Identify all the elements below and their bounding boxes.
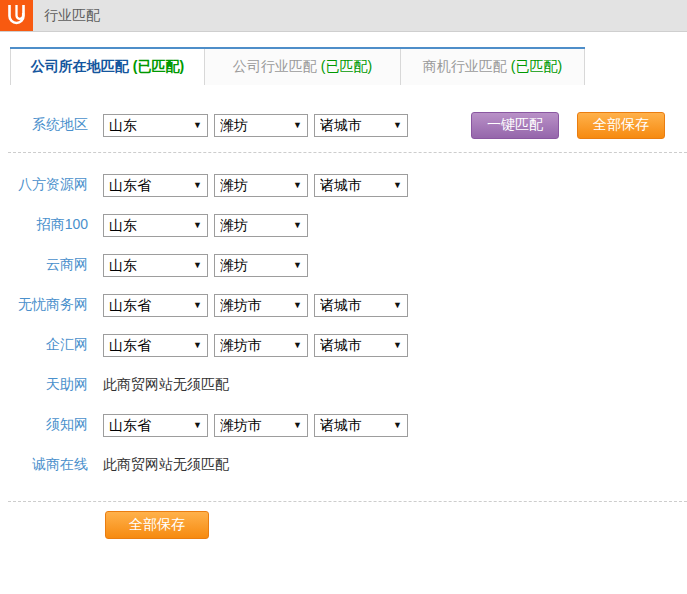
row-controls: 山东省▼ 潍坊市▼ 诸城市▼ bbox=[103, 294, 408, 317]
district-select[interactable]: 诸城市 bbox=[314, 114, 408, 137]
row-label: 企汇网 bbox=[0, 336, 88, 354]
row-controls: 山东省▼ 潍坊市▼ 诸城市▼ bbox=[103, 414, 408, 437]
province-select[interactable]: 山东省 bbox=[103, 174, 208, 197]
district-select[interactable]: 诸城市 bbox=[314, 174, 408, 197]
row-label: 须知网 bbox=[0, 416, 88, 434]
tab-label: 商机行业匹配 bbox=[423, 58, 507, 76]
district-select[interactable]: 诸城市 bbox=[314, 334, 408, 357]
page-title: 行业匹配 bbox=[44, 0, 100, 31]
top-action-buttons: 一键匹配 全部保存 bbox=[471, 112, 665, 139]
save-all-button-bottom[interactable]: 全部保存 bbox=[105, 511, 209, 539]
app-logo-icon bbox=[0, 0, 33, 31]
row-yunshang: 云商网 山东▼ 潍坊▼ bbox=[0, 245, 687, 285]
tab-label: 公司行业匹配 bbox=[233, 58, 317, 76]
province-select[interactable]: 山东省 bbox=[103, 334, 208, 357]
tab-company-location-match[interactable]: 公司所在地匹配 (已匹配) bbox=[10, 49, 204, 85]
match-form: 系统地区 山东▼ 潍坊▼ 诸城市▼ 一键匹配 全部保存 八方资源网 山东省▼ 潍… bbox=[0, 105, 687, 485]
province-select[interactable]: 山东省 bbox=[103, 414, 208, 437]
row-zhaoshang-100: 招商100 山东▼ 潍坊▼ bbox=[0, 205, 687, 245]
city-select[interactable]: 潍坊市 bbox=[214, 334, 308, 357]
tab-matched-status: (已匹配) bbox=[511, 58, 562, 76]
city-select[interactable]: 潍坊 bbox=[214, 254, 308, 277]
u-glyph-icon bbox=[6, 4, 27, 27]
row-controls: 山东省▼ 潍坊市▼ 诸城市▼ bbox=[103, 334, 408, 357]
row-controls: 山东省▼ 潍坊▼ 诸城市▼ bbox=[103, 174, 408, 197]
row-bafang-ziyuan: 八方资源网 山东省▼ 潍坊▼ 诸城市▼ bbox=[0, 165, 687, 205]
no-match-needed-text: 此商贸网站无须匹配 bbox=[103, 376, 229, 394]
row-label: 系统地区 bbox=[0, 116, 88, 134]
city-select[interactable]: 潍坊 bbox=[214, 114, 308, 137]
row-controls: 山东▼ 潍坊▼ bbox=[103, 214, 308, 237]
tab-company-industry-match[interactable]: 公司行业匹配 (已匹配) bbox=[204, 49, 400, 85]
row-tianzhu: 天助网 此商贸网站无须匹配 bbox=[0, 365, 687, 405]
province-select[interactable]: 山东 bbox=[103, 214, 208, 237]
city-select[interactable]: 潍坊市 bbox=[214, 414, 308, 437]
tab-label: 公司所在地匹配 bbox=[31, 58, 129, 76]
tab-matched-status: (已匹配) bbox=[133, 58, 184, 76]
row-system-region: 系统地区 山东▼ 潍坊▼ 诸城市▼ 一键匹配 全部保存 bbox=[0, 105, 687, 145]
tab-matched-status: (已匹配) bbox=[321, 58, 372, 76]
row-controls: 山东▼ 潍坊▼ bbox=[103, 254, 308, 277]
row-controls: 山东▼ 潍坊▼ 诸城市▼ bbox=[103, 114, 408, 137]
row-chengshang-online: 诚商在线 此商贸网站无须匹配 bbox=[0, 445, 687, 485]
district-select[interactable]: 诸城市 bbox=[314, 294, 408, 317]
tab-strip: 公司所在地匹配 (已匹配) 公司行业匹配 (已匹配) 商机行业匹配 (已匹配) bbox=[10, 47, 585, 85]
tab-business-industry-match[interactable]: 商机行业匹配 (已匹配) bbox=[400, 49, 585, 85]
dashed-divider bbox=[8, 152, 687, 153]
save-all-button-top[interactable]: 全部保存 bbox=[577, 112, 665, 139]
city-select[interactable]: 潍坊市 bbox=[214, 294, 308, 317]
row-label: 八方资源网 bbox=[0, 176, 88, 194]
no-match-needed-text: 此商贸网站无须匹配 bbox=[103, 456, 229, 474]
dashed-divider bbox=[8, 501, 687, 502]
city-select[interactable]: 潍坊 bbox=[214, 214, 308, 237]
row-xuzhi: 须知网 山东省▼ 潍坊市▼ 诸城市▼ bbox=[0, 405, 687, 445]
top-header-bar: 行业匹配 bbox=[0, 0, 687, 32]
row-label: 天助网 bbox=[0, 376, 88, 394]
row-wuyou-shangwu: 无忧商务网 山东省▼ 潍坊市▼ 诸城市▼ bbox=[0, 285, 687, 325]
row-label: 无忧商务网 bbox=[0, 296, 88, 314]
one-key-match-button[interactable]: 一键匹配 bbox=[471, 112, 559, 139]
row-label: 云商网 bbox=[0, 256, 88, 274]
row-qihui: 企汇网 山东省▼ 潍坊市▼ 诸城市▼ bbox=[0, 325, 687, 365]
row-label: 招商100 bbox=[0, 216, 88, 234]
row-label: 诚商在线 bbox=[0, 456, 88, 474]
city-select[interactable]: 潍坊 bbox=[214, 174, 308, 197]
district-select[interactable]: 诸城市 bbox=[314, 414, 408, 437]
province-select[interactable]: 山东 bbox=[103, 254, 208, 277]
province-select[interactable]: 山东 bbox=[103, 114, 208, 137]
province-select[interactable]: 山东省 bbox=[103, 294, 208, 317]
